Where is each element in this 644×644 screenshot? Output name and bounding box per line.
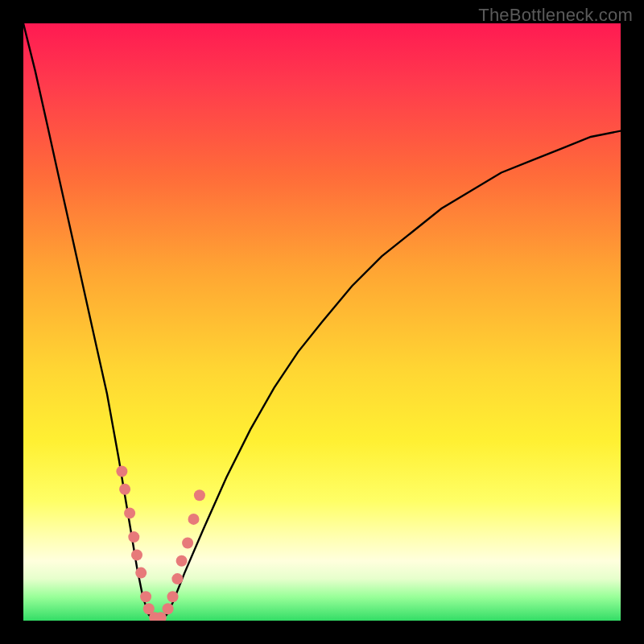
sample-marker	[171, 573, 183, 584]
sample-marker	[182, 538, 193, 549]
sample-marker	[188, 514, 200, 525]
sample-marker	[163, 603, 174, 614]
watermark-text: TheBottleneck.com	[478, 5, 633, 26]
chart-frame: TheBottleneck.com	[0, 0, 644, 644]
sample-marker	[140, 591, 151, 602]
sample-marker	[135, 568, 147, 579]
sample-marker	[176, 555, 188, 567]
sample-marker	[128, 531, 139, 543]
plot-area	[23, 23, 621, 621]
bottleneck-curve	[23, 23, 621, 621]
sample-marker	[119, 484, 130, 495]
curve-layer	[23, 23, 621, 621]
sample-marker	[194, 489, 205, 501]
sample-marker	[167, 591, 179, 602]
sample-marker	[116, 466, 127, 477]
sample-marker	[124, 507, 135, 518]
sample-marker	[131, 549, 142, 560]
sample-markers-group	[116, 466, 205, 621]
